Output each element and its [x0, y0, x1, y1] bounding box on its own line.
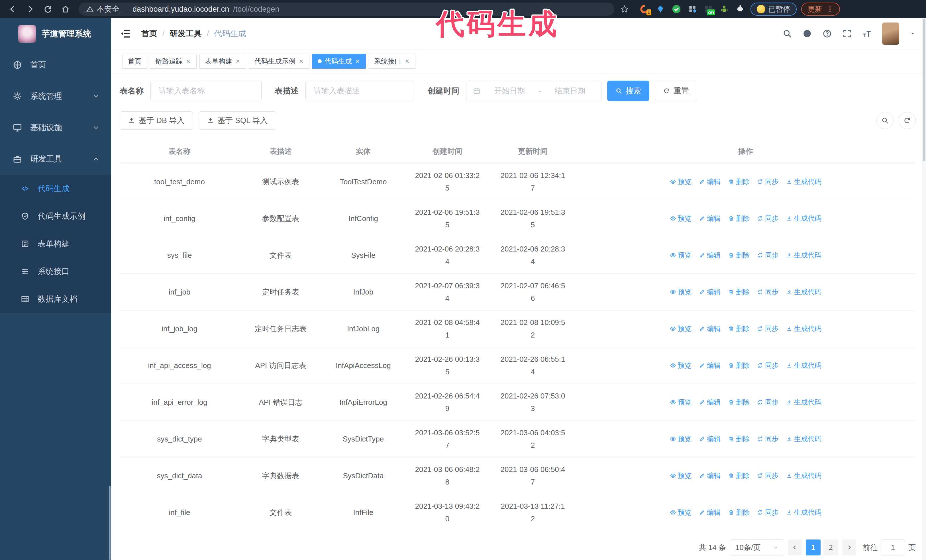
sync-link[interactable]: 同步 — [757, 286, 779, 298]
edit-link[interactable]: 编辑 — [699, 212, 720, 225]
sidebar-item-1[interactable]: 系统管理 — [0, 81, 111, 112]
generate-code-link[interactable]: 生成代码 — [786, 506, 822, 519]
extension-grid-icon[interactable] — [687, 3, 698, 15]
close-icon[interactable] — [298, 58, 304, 64]
import-sql-button[interactable]: 基于 SQL 导入 — [198, 112, 276, 130]
delete-link[interactable]: 删除 — [728, 323, 750, 335]
close-icon[interactable] — [235, 58, 241, 64]
user-avatar[interactable] — [882, 23, 899, 45]
edit-link[interactable]: 编辑 — [699, 433, 720, 445]
generate-code-link[interactable]: 生成代码 — [786, 469, 822, 482]
browser-forward-button[interactable] — [23, 2, 38, 17]
github-icon[interactable] — [802, 29, 812, 38]
delete-link[interactable]: 删除 — [728, 396, 750, 409]
preview-link[interactable]: 预览 — [670, 286, 691, 298]
sidebar-fold-icon[interactable] — [120, 28, 131, 39]
delete-link[interactable]: 删除 — [728, 212, 750, 225]
next-page-button[interactable] — [842, 539, 856, 555]
sync-link[interactable]: 同步 — [757, 175, 779, 188]
preview-link[interactable]: 预览 — [670, 323, 691, 335]
sidebar-item-3[interactable]: 研发工具 — [0, 143, 111, 175]
delete-link[interactable]: 删除 — [728, 359, 750, 372]
security-indicator[interactable]: 不安全 — [86, 4, 120, 14]
profile-paused-badge[interactable]: 已暂停 — [750, 3, 797, 16]
browser-back-button[interactable] — [5, 2, 20, 17]
sidebar-scrollbar[interactable] — [109, 486, 110, 560]
header-search-icon[interactable] — [782, 29, 792, 38]
sync-link[interactable]: 同步 — [757, 433, 779, 445]
fullscreen-icon[interactable] — [842, 29, 852, 38]
date-range-picker[interactable]: 开始日期 - 结束日期 — [466, 81, 601, 101]
prev-page-button[interactable] — [788, 539, 802, 555]
delete-link[interactable]: 删除 — [728, 249, 750, 261]
edit-link[interactable]: 编辑 — [699, 249, 720, 261]
extension-gem-icon[interactable] — [655, 3, 666, 15]
extension-robot-icon[interactable] — [719, 3, 730, 15]
edit-link[interactable]: 编辑 — [699, 175, 720, 188]
user-caret-down-icon[interactable] — [909, 30, 916, 37]
sidebar-item-0[interactable]: 首页 — [0, 49, 111, 81]
font-size-icon[interactable] — [862, 29, 872, 38]
scrollbar-thumb[interactable] — [923, 19, 925, 161]
delete-link[interactable]: 删除 — [728, 175, 750, 188]
generate-code-link[interactable]: 生成代码 — [786, 433, 822, 445]
sidebar-subitem-3[interactable]: 系统接口 — [0, 258, 111, 285]
preview-link[interactable]: 预览 — [670, 359, 691, 372]
preview-link[interactable]: 预览 — [670, 469, 691, 482]
goto-page-input[interactable] — [881, 539, 905, 555]
bookmark-star-button[interactable] — [617, 2, 632, 17]
preview-link[interactable]: 预览 — [670, 249, 691, 261]
sync-link[interactable]: 同步 — [757, 396, 779, 409]
extensions-puzzle-icon[interactable] — [735, 3, 746, 15]
generate-code-link[interactable]: 生成代码 — [786, 175, 822, 188]
browser-reload-button[interactable] — [41, 2, 55, 17]
edit-link[interactable]: 编辑 — [699, 359, 720, 372]
delete-link[interactable]: 删除 — [728, 433, 750, 445]
refresh-table-button[interactable] — [899, 112, 916, 129]
tab-4[interactable]: 代码生成 — [312, 54, 366, 69]
tab-1[interactable]: 链路追踪 — [150, 54, 197, 69]
sync-link[interactable]: 同步 — [757, 249, 779, 261]
tab-3[interactable]: 代码生成示例 — [249, 54, 309, 69]
help-icon[interactable] — [822, 29, 832, 38]
app-logo-bar[interactable]: 芋道管理系统 — [0, 18, 111, 49]
extension-check-icon[interactable] — [671, 3, 682, 15]
close-icon[interactable] — [355, 58, 360, 64]
sync-link[interactable]: 同步 — [757, 359, 779, 372]
tab-5[interactable]: 系统接口 — [369, 54, 415, 69]
preview-link[interactable]: 预览 — [670, 396, 691, 409]
generate-code-link[interactable]: 生成代码 — [786, 249, 822, 261]
preview-link[interactable]: 预览 — [670, 506, 691, 519]
tab-2[interactable]: 表单构建 — [200, 54, 246, 69]
generate-code-link[interactable]: 生成代码 — [786, 359, 822, 372]
page-number-2[interactable]: 2 — [823, 539, 838, 555]
delete-link[interactable]: 删除 — [728, 469, 750, 482]
sidebar-subitem-4[interactable]: 数据库文档 — [0, 285, 111, 313]
generate-code-link[interactable]: 生成代码 — [786, 212, 822, 225]
close-icon[interactable] — [404, 58, 410, 64]
sync-link[interactable]: 同步 — [757, 506, 779, 519]
table-desc-input[interactable] — [306, 81, 414, 101]
preview-link[interactable]: 预览 — [670, 212, 691, 225]
edit-link[interactable]: 编辑 — [699, 323, 720, 335]
page-number-1[interactable]: 1 — [806, 539, 820, 555]
sidebar-subitem-1[interactable]: 代码生成示例 — [0, 202, 111, 230]
delete-link[interactable]: 删除 — [728, 286, 750, 298]
breadcrumb-home[interactable]: 首页 — [141, 28, 157, 39]
toggle-search-button[interactable] — [876, 112, 894, 129]
edit-link[interactable]: 编辑 — [699, 506, 720, 519]
table-name-input[interactable] — [150, 81, 262, 101]
preview-link[interactable]: 预览 — [670, 433, 691, 445]
reset-button[interactable]: 重置 — [655, 81, 697, 101]
generate-code-link[interactable]: 生成代码 — [786, 323, 822, 335]
page-size-select[interactable]: 10条/页 — [730, 539, 784, 555]
edit-link[interactable]: 编辑 — [699, 469, 720, 482]
browser-update-button[interactable]: 更新 — [801, 3, 840, 16]
breadcrumb-tools[interactable]: 研发工具 — [170, 28, 202, 39]
tab-0[interactable]: 首页 — [123, 54, 147, 69]
edit-link[interactable]: 编辑 — [699, 286, 720, 298]
generate-code-link[interactable]: 生成代码 — [786, 396, 822, 409]
sidebar-subitem-0[interactable]: 代码生成 — [0, 175, 111, 202]
sync-link[interactable]: 同步 — [757, 323, 779, 335]
edit-link[interactable]: 编辑 — [699, 396, 720, 409]
